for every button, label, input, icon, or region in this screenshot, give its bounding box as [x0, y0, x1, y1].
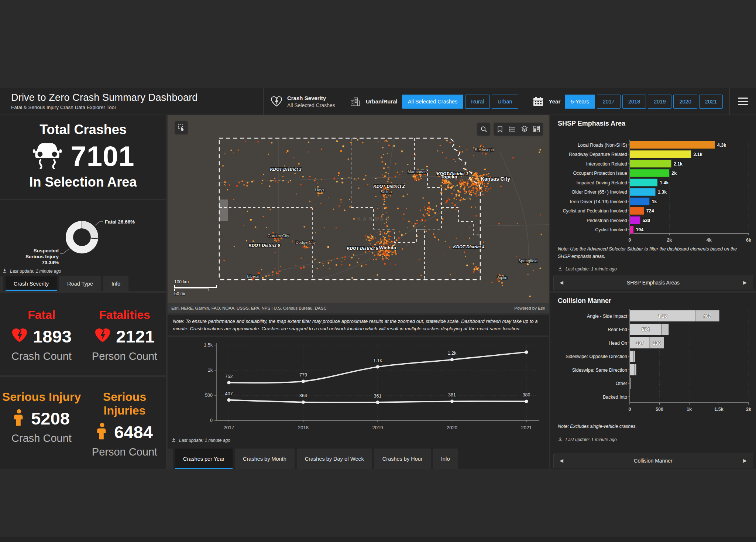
map-canvas[interactable]: KANSASKDOT District 3KDOT District 2KDOT…: [168, 115, 549, 303]
map-note-text: Note: To ensure performance and scalabil…: [173, 318, 538, 331]
x-tick-label: 2021: [521, 425, 532, 430]
bar-value-label: 4.3k: [717, 143, 726, 148]
heart-bolt-icon: [94, 328, 111, 344]
legend-icon[interactable]: [506, 123, 518, 135]
download-icon[interactable]: [558, 266, 563, 272]
bar-value-label: 530: [642, 218, 650, 223]
year-button-2019[interactable]: 2019: [648, 95, 671, 109]
total-crashes-title: Total Crashes: [0, 122, 166, 137]
bar-label-cyclist-involved: Cyclist Involved: [595, 227, 627, 232]
district-label-kdot-district-4: KDOT District 4: [453, 245, 485, 249]
year-button-2021[interactable]: 2021: [699, 95, 723, 109]
bar-label-sideswipe-same-direction: Sideswipe: Same Direction: [572, 368, 627, 373]
urban-rural-button-all-selected-crashes[interactable]: All Selected Crashes: [402, 95, 464, 109]
collision-note: Note: Excludes single-vehicle crashes.: [558, 423, 744, 430]
collision-last-update: Last update: 1 minute ago: [558, 437, 617, 443]
title-block: Drive to Zero Crash Summary Dashboard Fa…: [0, 88, 263, 115]
serious-injury-title: Serious Injury: [0, 390, 83, 404]
x-tick-label: 2020: [447, 425, 457, 430]
tab-crashes-by-hour[interactable]: Crashes by Hour: [374, 449, 431, 469]
tab-info[interactable]: Info: [433, 449, 458, 469]
fatalities-caption: Person Count: [83, 350, 166, 362]
point-label: 364: [299, 393, 307, 398]
year-button-2017[interactable]: 2017: [597, 95, 621, 109]
pager-left-icon[interactable]: ◀: [560, 280, 563, 285]
year-button-2018[interactable]: 2018: [622, 95, 646, 109]
severity-donut-chart: Fatal 26.66%SuspectedSerious Injury73.34…: [0, 200, 166, 273]
year-buttons: 5-Years20172018201920202021: [565, 95, 723, 109]
hamburger-menu-icon[interactable]: [730, 88, 756, 115]
pager-right-icon[interactable]: ▶: [743, 280, 747, 285]
point-label: 1.1k: [373, 358, 382, 363]
scale-km-ruler: [174, 285, 217, 288]
tab-sliver: [168, 449, 173, 469]
selection-tool-icon[interactable]: [175, 121, 188, 134]
y-tick-label: 0: [210, 418, 213, 423]
shsp-title: SHSP Emphasis Area: [558, 120, 625, 127]
city-label-topeka: Topeka: [441, 174, 457, 180]
shsp-pager: ◀ SHSP Emphasis Areas ▶: [553, 275, 753, 290]
fatal-caption: Crash Count: [0, 350, 83, 362]
urban-rural-group: Urban/Rural All Selected CrashesRuralUrb…: [342, 88, 525, 115]
bottom-edge: [0, 537, 756, 542]
tab-road-type[interactable]: Road Type: [59, 276, 101, 291]
point-label: 381: [448, 392, 456, 398]
district-label-kdot-district-6: KDOT District 6: [249, 243, 281, 248]
heart-bolt-icon: [11, 328, 28, 344]
segment-value-label: 238: [653, 341, 661, 346]
bar-label-local-roads-non-shs: Local Roads (Non-SHS): [578, 143, 627, 148]
tab-crashes-by-day-of-week[interactable]: Crashes by Day of Week: [297, 449, 372, 469]
tab-crash-severity[interactable]: Crash Severity: [6, 276, 57, 291]
scale-mi-ruler: [174, 289, 209, 291]
city-label-salina: Salina: [381, 190, 392, 194]
trend-tabs: Crashes per YearCrashes by MonthCrashes …: [168, 449, 549, 469]
crash-map[interactable]: KANSASKDOT District 3KDOT District 2KDOT…: [168, 115, 549, 303]
shsp-bar-chart: 02k4k6kLocal Roads (Non-SHS)4.3kRoadway …: [550, 129, 756, 244]
map-attribution-bar: Esri, HERE, Garmin, FAO, NOAA, USGS, EPA…: [168, 303, 549, 313]
basemap-icon[interactable]: [530, 123, 543, 135]
donut-fatal-label: Fatal 26.66%: [105, 219, 135, 225]
tab-info[interactable]: Info: [103, 276, 128, 291]
search-icon[interactable]: [477, 123, 490, 135]
point-label: 407: [225, 391, 233, 396]
total-crashes-subtitle: In Selection Area: [0, 174, 166, 190]
urban-rural-button-rural[interactable]: Rural: [465, 95, 490, 109]
shsp-note: Note: Use the Advanced Selector Sidebar …: [558, 245, 744, 260]
pager-left-icon[interactable]: ◀: [560, 458, 563, 463]
collision-pager-label: Collision Manner: [634, 458, 672, 464]
city-label-manhattan: Manhattan: [408, 170, 427, 174]
city-label-st-joseph: St. Joseph: [475, 147, 494, 152]
shsp-last-update: Last update: 1 minute ago: [558, 266, 617, 272]
bar-value-label: 194: [636, 227, 643, 232]
y-tick-label: 1k: [208, 368, 213, 373]
bookmark-icon[interactable]: [494, 123, 506, 135]
urban-rural-button-urban[interactable]: Urban: [492, 95, 518, 109]
heart-bolt-icon: [270, 95, 283, 108]
point-label: 1.2k: [448, 351, 457, 356]
download-icon[interactable]: [558, 437, 563, 443]
bar-value-label: 1.4k: [660, 180, 669, 185]
bar-label-head-on: Head On: [609, 341, 627, 346]
download-icon[interactable]: [2, 268, 7, 274]
x-tick-label: 2019: [372, 425, 383, 430]
tab-crashes-by-month[interactable]: Crashes by Month: [235, 449, 295, 469]
x-tick-label: 6k: [746, 238, 751, 243]
layers-icon[interactable]: [518, 123, 530, 135]
x-tick-label: 2k: [746, 407, 751, 412]
donut-last-update: Last update: 1 minute ago: [2, 268, 61, 274]
city-label-dodge-city: Dodge City: [296, 240, 316, 245]
year-button-2020[interactable]: 2020: [673, 95, 697, 109]
tab-crashes-per-year[interactable]: Crashes per Year: [175, 449, 233, 469]
city-label-hays: Hays: [315, 188, 324, 192]
bar-value-label: 724: [646, 208, 654, 214]
year-button-5-years[interactable]: 5-Years: [565, 95, 595, 109]
powered-by-esri: Powered by Esri: [514, 306, 545, 310]
total-crashes-row: 7101: [0, 138, 166, 174]
bar-value-label: 1k: [652, 199, 657, 204]
download-icon[interactable]: [171, 437, 176, 443]
crash-severity-label: Crash Severity: [287, 95, 335, 101]
collision-pager: ◀ Collision Manner ▶: [553, 453, 753, 468]
trend-last-update: Last update: 1 minute ago: [171, 437, 230, 443]
fatalities-title: Fatalities: [83, 308, 166, 322]
pager-right-icon[interactable]: ▶: [743, 458, 747, 463]
